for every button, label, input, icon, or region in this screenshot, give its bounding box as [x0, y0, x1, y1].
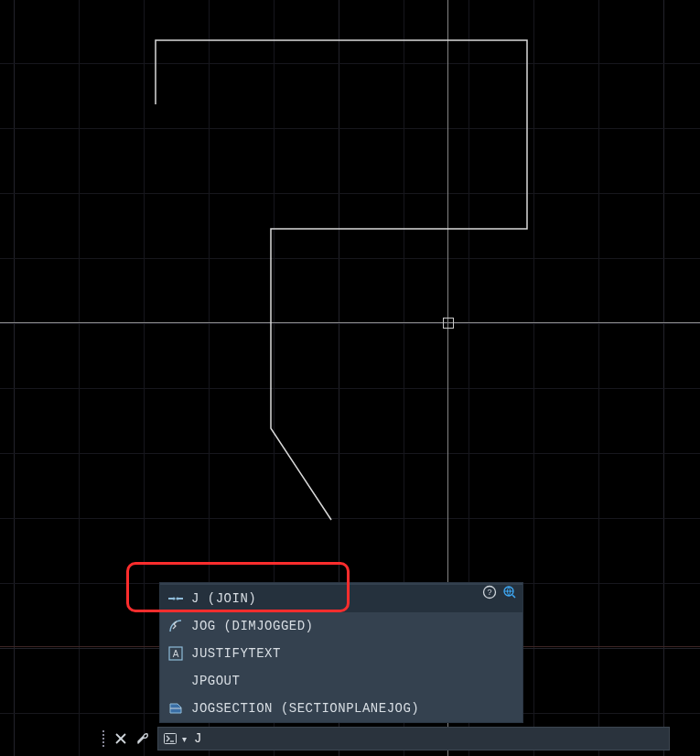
dimjog-icon [167, 618, 184, 634]
svg-rect-12 [165, 734, 177, 744]
crosshair-horizontal [0, 322, 700, 323]
autocomplete-item[interactable]: JOGSECTION (SECTIONPLANEJOG) [160, 695, 522, 722]
command-autocomplete-panel: ? J (JOIN)JOG (DIMJOGGED)AJUSTIFYTEXTJPG… [159, 582, 523, 723]
svg-point-6 [172, 597, 175, 599]
globe-search-icon[interactable] [502, 585, 517, 602]
autocomplete-item[interactable]: JPGOUT [160, 667, 522, 695]
svg-point-7 [176, 597, 178, 599]
autocomplete-item-label: JUSTIFYTEXT [191, 646, 281, 661]
command-line-bar: ▾ J [99, 726, 670, 751]
svg-line-3 [512, 595, 515, 598]
svg-text:A: A [173, 649, 179, 659]
autocomplete-item-label: JOGSECTION (SECTIONPLANEJOG) [191, 701, 419, 716]
drawing-canvas[interactable]: ? J (JOIN)JOG (DIMJOGGED)AJUSTIFYTEXTJPG… [0, 0, 700, 756]
blank-icon [167, 673, 184, 689]
help-circle-icon[interactable]: ? [482, 585, 497, 602]
wrench-icon[interactable] [132, 728, 154, 750]
command-input-text: J [194, 731, 202, 746]
jogsection-icon [167, 700, 184, 717]
join-icon [167, 590, 184, 607]
autocomplete-item-label: JPGOUT [191, 674, 240, 688]
autocomplete-item-label: J (JOIN) [191, 591, 256, 606]
pick-box-cursor [443, 318, 454, 329]
chevron-down-icon[interactable]: ▾ [182, 734, 187, 744]
autocomplete-item[interactable]: AJUSTIFYTEXT [160, 640, 522, 667]
svg-text:?: ? [487, 588, 491, 597]
command-input[interactable]: ▾ J [157, 727, 670, 751]
autocomplete-item[interactable]: JOG (DIMJOGGED) [160, 612, 522, 640]
autocomplete-item-label: JOG (DIMJOGGED) [191, 619, 314, 633]
close-icon[interactable] [110, 728, 132, 750]
autocomplete-item[interactable]: J (JOIN) [160, 585, 522, 612]
command-bar-grip[interactable] [99, 727, 108, 751]
command-prompt-icon: ▾ [164, 733, 187, 744]
justify-icon: A [167, 645, 184, 662]
